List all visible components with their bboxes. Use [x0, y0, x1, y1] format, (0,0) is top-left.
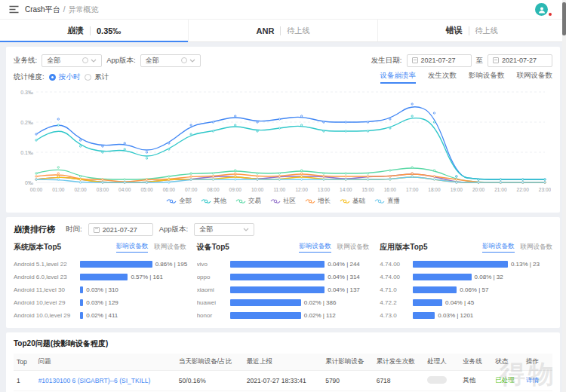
clear-icon[interactable] [181, 57, 187, 63]
tab-anr-label: ANR [257, 26, 275, 35]
system-top5-tab-online[interactable]: 联网设备数 [154, 243, 186, 253]
legend-item[interactable]: 基础 [340, 197, 365, 206]
legend-item[interactable]: 其他 [201, 197, 226, 206]
bar [230, 274, 325, 280]
radio-hourly[interactable]: 按小时 [49, 72, 81, 82]
date-end-value: 2021-07-27 [502, 57, 537, 64]
radio-dot-icon [85, 74, 91, 81]
tab-anr[interactable]: ANR 待上线 [189, 20, 377, 41]
radio-cumulative[interactable]: 累计 [85, 72, 109, 82]
svg-text:16:00: 16:00 [384, 187, 397, 192]
trend-card: 业务线: 全部 App版本: 全部 发生日期: 2021-07-2 [6, 47, 560, 213]
top20-table: Top 问题 当天影响设备/占比 最近上报 累计影响设备 累计发生次数 处理人 … [14, 354, 552, 392]
topbar: Crash平台 / 异常概览 [0, 0, 566, 20]
tab-crash[interactable]: 崩溃 0.35‰ [0, 20, 189, 41]
tab-error-value: 待上线 [475, 26, 498, 36]
app-version-label: App版本: [106, 56, 136, 66]
legend-item[interactable]: 全部 [166, 197, 192, 206]
bar [80, 299, 83, 306]
chart-legend: 全部其他交易社区增长基础直播 [14, 196, 552, 207]
date-end-input[interactable]: 2021-07-27 [488, 54, 552, 67]
col-status: 状态 [492, 354, 523, 371]
menu-icon[interactable] [9, 5, 19, 14]
breadcrumb-app[interactable]: Crash平台 [25, 5, 60, 15]
col-total-count: 累计发生次数 [374, 354, 425, 371]
status-badge: 已处理 [492, 371, 523, 391]
metric-tab-online-devices[interactable]: 联网设备数 [517, 71, 553, 84]
bar [413, 286, 457, 293]
detail-link[interactable]: 详情 [523, 371, 552, 391]
breadcrumb-page: 异常概览 [68, 5, 98, 15]
ranking-app-version-select[interactable]: 全部 [194, 223, 254, 236]
svg-text:05:00: 05:00 [140, 187, 153, 192]
date-label: 发生日期: [371, 56, 402, 66]
bar-row: huawei 0.02% | 386 [197, 296, 370, 309]
issue-link[interactable]: #10130100 6 (SIGABRT)--6 (SI_TKILL) [35, 371, 176, 391]
crash-rate-line-chart: 0‰0.1‰0.2‰0.3‰00:0001:0002:0003:0004:000… [14, 86, 551, 196]
bar-row: vivo 0.04% | 244 [197, 258, 370, 271]
scrollbar[interactable] [562, 0, 566, 392]
ranking-app-version-label: App版本: [159, 225, 189, 234]
svg-text:0.2‰: 0.2‰ [20, 120, 33, 125]
metric-tab-occurrence-count[interactable]: 发生次数 [428, 71, 457, 84]
bar [230, 312, 301, 319]
business-line-select[interactable]: 全部 [42, 54, 102, 67]
bar [230, 299, 301, 306]
business-line-value: 全部 [47, 56, 60, 66]
legend-line-icon [305, 198, 315, 204]
bar-row: Android 11,level 30 0.03% | 310 [14, 283, 186, 296]
bar-row: oppo 0.04% | 314 [197, 271, 370, 283]
avatar[interactable] [535, 3, 548, 16]
legend-line-icon [374, 198, 385, 204]
legend-item[interactable]: 交易 [235, 197, 261, 206]
filter-row: 业务线: 全部 App版本: 全部 发生日期: 2021-07-2 [14, 53, 552, 68]
crash-platform-page: Crash平台 / 异常概览 崩溃 0.35‰ ANR 待上线 错误 待上线 [0, 0, 566, 392]
table-row: 1 #10130100 6 (SIGABRT)--6 (SI_TKILL) 50… [14, 371, 552, 391]
legend-item[interactable]: 增长 [305, 197, 331, 206]
svg-text:06:00: 06:00 [163, 187, 176, 192]
main-tabs: 崩溃 0.35‰ ANR 待上线 错误 待上线 [0, 20, 566, 42]
ranking-app-version-value: 全部 [199, 225, 213, 234]
clear-icon[interactable] [82, 57, 88, 63]
scrollbar-thumb[interactable] [562, 2, 566, 35]
device-top5-tab-impact[interactable]: 影响设备数 [299, 242, 331, 253]
ranking-card: 崩溃排行榜 时间: 2021-07-27 App版本: 全部 系统版本Top5 … [6, 217, 560, 328]
chevron-down-icon [189, 59, 195, 63]
panel-app-version-top5: 应用版本Top5 影响设备数 联网设备数 4.74.00 0.13% | 23 … [380, 242, 552, 322]
metric-tab-device-crash-rate[interactable]: 设备崩溃率 [380, 71, 417, 84]
top5-panels: 系统版本Top5 影响设备数 联网设备数 Android 5.1,level 2… [14, 242, 552, 322]
app-version-top5-tab-online[interactable]: 联网设备数 [521, 243, 553, 253]
svg-text:20:00: 20:00 [472, 187, 485, 192]
tab-error[interactable]: 错误 待上线 [378, 20, 566, 41]
ranking-date-value: 2021-07-27 [103, 226, 137, 234]
system-top5-tab-impact[interactable]: 影响设备数 [116, 242, 149, 253]
bar-row: 4.72.2 0.04% | 45 [380, 296, 552, 309]
bar [80, 261, 152, 268]
legend-item[interactable]: 社区 [270, 197, 296, 206]
radio-cumulative-label: 累计 [94, 72, 109, 82]
svg-text:11:00: 11:00 [273, 187, 285, 192]
svg-text:14:00: 14:00 [340, 187, 352, 192]
date-range-separator: 至 [476, 56, 484, 66]
col-action: 操作 [523, 354, 552, 371]
metric-tab-affected-devices[interactable]: 影响设备数 [469, 71, 505, 84]
app-version-select[interactable]: 全部 [140, 54, 201, 67]
svg-text:17:00: 17:00 [406, 187, 419, 192]
device-top5-tab-online[interactable]: 联网设备数 [337, 243, 370, 253]
legend-line-icon [166, 198, 177, 204]
bar [80, 312, 83, 319]
date-start-input[interactable]: 2021-07-27 [407, 54, 472, 67]
legend-item[interactable]: 直播 [374, 197, 400, 206]
bar [413, 299, 442, 306]
svg-text:09:00: 09:00 [229, 187, 242, 192]
svg-text:00:00: 00:00 [30, 187, 43, 192]
ranking-date-input[interactable]: 2021-07-27 [88, 223, 153, 236]
bar-row: honor 0.02% | 112 [197, 309, 370, 322]
svg-text:15:00: 15:00 [361, 187, 374, 192]
app-version-top5-tab-impact[interactable]: 影响设备数 [482, 242, 515, 253]
bar [230, 261, 325, 268]
date-start-value: 2021-07-27 [421, 57, 456, 64]
tab-anr-value: 待上线 [287, 26, 309, 36]
panel-title: 系统版本Top5 [14, 242, 110, 253]
col-top: Top [14, 354, 35, 371]
